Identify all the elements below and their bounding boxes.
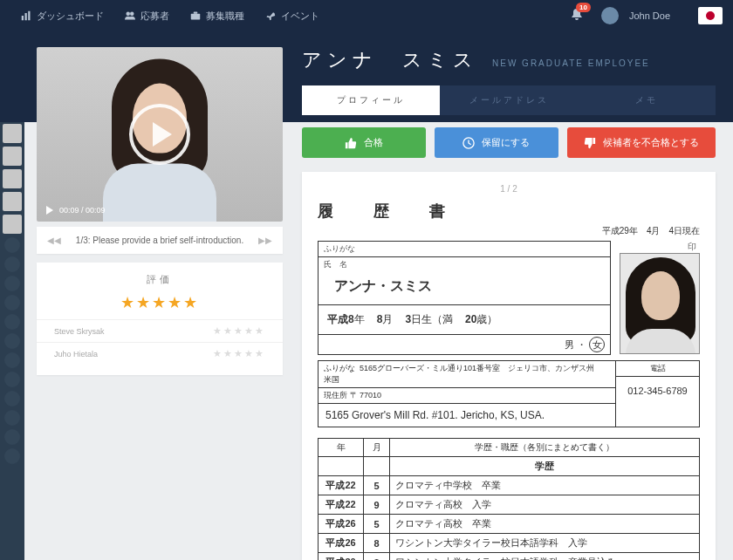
rail-thumb[interactable] [3, 56, 22, 75]
rail-placeholder [4, 256, 20, 272]
rail-placeholder [4, 372, 20, 387]
avatar [601, 7, 619, 24]
question-bar: ◀◀ 1/3: Please provide a brief self-intr… [37, 227, 283, 254]
rail-placeholder [4, 410, 20, 426]
notif-badge: 10 [576, 3, 591, 12]
video-timecode: 00:09 / 00:09 [45, 206, 106, 215]
prev-question-button[interactable]: ◀◀ [47, 236, 61, 245]
name-label: 氏 名 [324, 259, 605, 270]
nav-applicants[interactable]: 応募者 [114, 10, 180, 23]
nav-positions[interactable]: 募集職種 [180, 10, 255, 23]
resume-document: 1 / 2 履 歴 書 平成29年4月4日現在 ふりがな 氏 名 アンナ・スミス [302, 172, 716, 560]
addr-postal: 77010 [360, 391, 381, 400]
rail-placeholder [4, 276, 20, 291]
doc-date: 平成29年4月4日現在 [318, 225, 700, 237]
svg-rect-0 [22, 16, 24, 20]
rail-thumb[interactable] [3, 215, 22, 234]
tabs: プロフィール メールアドレス メモ [302, 85, 716, 115]
locale-flag-jp[interactable] [698, 7, 723, 24]
video-player[interactable]: 00:09 / 00:09 [37, 47, 283, 222]
stamp-label: 印 [620, 241, 700, 253]
reject-label: 候補者を不合格とする [603, 136, 699, 149]
play-small-icon [45, 206, 54, 215]
name-value: アンナ・スミス [324, 270, 605, 303]
rail-thumb[interactable] [3, 169, 22, 188]
rail-thumb[interactable] [3, 192, 22, 211]
phone-value: 012-345-6789 [616, 377, 699, 405]
pass-button[interactable]: 合格 [302, 127, 426, 158]
rail-thumb[interactable] [3, 79, 22, 98]
gender-row: 男 ・ 女 [319, 335, 610, 354]
thumbs-down-icon [584, 137, 596, 149]
reject-button[interactable]: 候補者を不合格とする [567, 127, 716, 158]
nav-events[interactable]: イベント [255, 10, 330, 23]
svg-rect-1 [25, 13, 27, 20]
doc-pager: 1 / 2 [318, 184, 700, 194]
edu-header-month: 月 [364, 439, 390, 457]
edu-row: 平成225クロマティ中学校 卒業 [319, 476, 700, 495]
svg-rect-2 [28, 11, 30, 21]
reviewer-row: Steve Skrysak ★★★★★ [37, 319, 283, 342]
user-menu[interactable]: John Doe [591, 7, 681, 24]
evaluation-panel: 評価 ★★★★★ Steve Skrysak ★★★★★ Juho Hietal… [37, 263, 283, 375]
address-block: ふりがな 5165グローバーズ・ミル通り101番号室 ジェリコ市、カンザス州 米… [318, 360, 700, 427]
candidate-subtitle: NEW GRADUATE EMPLOYEE [492, 58, 650, 68]
edu-row: 平成265クロマティ高校 卒業 [319, 515, 700, 534]
furigana-label: ふりがな [319, 242, 610, 257]
phone-label: 電話 [616, 361, 699, 377]
rail-thumb[interactable] [3, 101, 22, 120]
rail-placeholder [4, 448, 20, 464]
action-row: 合格 保留にする 候補者を不合格とする [302, 127, 716, 158]
education-table: 年 月 学歴・職歴（各別にまとめて書く） 学歴 平成225クロマティ中学校 卒業… [318, 438, 700, 560]
candidate-rail: + [0, 31, 24, 560]
nav-dashboard[interactable]: ダッシュボード [10, 10, 114, 23]
svg-rect-5 [191, 14, 201, 20]
rail-placeholder [4, 295, 20, 311]
next-question-button[interactable]: ▶▶ [258, 236, 272, 245]
dob-row: 平成8年 8月 3日生（満 20歳） [319, 305, 610, 335]
rail-placeholder [4, 333, 20, 349]
username-label: John Doe [629, 10, 670, 21]
hold-button[interactable]: 保留にする [435, 127, 558, 158]
add-candidate-button[interactable]: + [4, 37, 20, 52]
rail-thumb[interactable] [3, 124, 22, 143]
gender-selected: 女 [589, 337, 605, 352]
briefcase-icon [190, 10, 201, 21]
rail-placeholder [4, 391, 20, 406]
nav-positions-label: 募集職種 [206, 10, 244, 23]
tab-email[interactable]: メールアドレス [440, 85, 578, 115]
edu-row: 平成229クロマティ高校 入学 [319, 495, 700, 515]
people-icon [125, 10, 135, 21]
edu-header-year: 年 [319, 439, 364, 457]
edu-row: 平成268ワシントン大学タイラー校日本語学科 入学 [319, 534, 700, 553]
svg-rect-6 [194, 12, 198, 14]
edu-row: 平成303ワシントン大学タイラー校日本語学科 卒業見込み [319, 553, 700, 561]
resume-photo [620, 253, 700, 354]
addr-furigana: 5165グローバーズ・ミル通り101番号室 ジェリコ市、カンザス州 米国 [324, 364, 602, 384]
clock-icon [462, 137, 475, 149]
notifications-button[interactable]: 10 [570, 8, 584, 24]
reviewer-name: Steve Skrysak [54, 327, 105, 336]
question-text: 1/3: Please provide a brief self-introdu… [76, 236, 243, 245]
rail-placeholder [4, 314, 20, 330]
reviewer-stars: ★★★★★ [213, 325, 265, 337]
rating-stars[interactable]: ★★★★★ [37, 293, 283, 312]
svg-point-3 [127, 12, 131, 17]
name-row: 氏 名 アンナ・スミス [319, 257, 610, 305]
nav-dashboard-label: ダッシュボード [37, 10, 104, 23]
tab-memo[interactable]: メモ [578, 85, 716, 115]
candidate-header: アンナ スミス NEW GRADUATE EMPLOYEE [302, 47, 716, 73]
svg-point-4 [130, 12, 134, 17]
plane-icon [265, 10, 276, 21]
addr-value: 5165 Grover's Mill Rd. #101. Jericho, KS… [319, 404, 615, 427]
tab-profile[interactable]: プロフィール [302, 85, 440, 115]
reviewer-name: Juho Hietala [54, 350, 98, 359]
edu-section-label: 学歴 [390, 457, 700, 476]
edu-header-desc: 学歴・職歴（各別にまとめて書く） [390, 439, 700, 457]
nav-events-label: イベント [281, 10, 319, 23]
rail-thumb[interactable] [3, 147, 22, 166]
doc-title: 履 歴 書 [318, 201, 700, 222]
bio-table: ふりがな 氏 名 アンナ・スミス 平成8年 8月 3日生（満 20歳） [318, 241, 611, 355]
thumbs-up-icon [345, 137, 357, 149]
play-button[interactable] [129, 104, 190, 165]
